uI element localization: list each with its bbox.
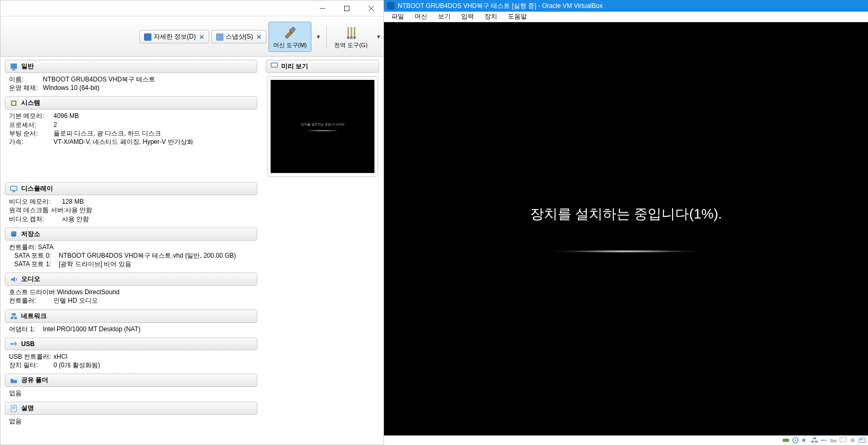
desc-value: 없음 — [9, 417, 255, 425]
system-icon — [10, 99, 18, 107]
svg-rect-43 — [860, 439, 861, 440]
svg-rect-31 — [271, 63, 278, 67]
optical-status-icon[interactable] — [792, 437, 799, 443]
chevron-down-icon[interactable]: ▼ — [376, 34, 381, 40]
cap-label: 비디오 캡처: — [9, 215, 62, 223]
hdd-status-icon[interactable] — [782, 437, 790, 443]
chevron-down-icon[interactable]: ▼ — [316, 34, 321, 40]
menu-machine[interactable]: 머신 — [409, 11, 433, 22]
preview-text: 장치를 설치하는 중입니다(1%) — [301, 122, 344, 127]
svg-rect-5 — [351, 27, 352, 37]
menu-view[interactable]: 보기 — [433, 11, 456, 22]
network-status-icon[interactable] — [811, 437, 818, 443]
global-tools-button[interactable]: 전역 도구(G) — [330, 22, 372, 51]
svg-rect-36 — [811, 441, 814, 442]
accel-label: 가속: — [9, 138, 53, 146]
global-tools-label: 전역 도구(G) — [334, 41, 368, 49]
storage-icon — [10, 230, 18, 238]
section-shared-header[interactable]: 공유 폴더 — [5, 374, 257, 387]
section-title: 공유 폴더 — [21, 376, 48, 385]
vm-menubar: 파일 머신 보기 입력 장치 도움말 — [384, 12, 868, 22]
menu-device[interactable]: 장치 — [479, 11, 503, 22]
usbfilter-label: 장치 필터: — [9, 361, 53, 369]
svg-rect-19 — [12, 313, 16, 315]
minimize-button[interactable] — [310, 1, 335, 16]
svg-point-24 — [11, 343, 13, 345]
manager-toolbar: 자세한 정보(D) ✕ 스냅샷(S) ✕ 머신 도구(M) ▼ 전역 도구( — [1, 16, 383, 57]
details-tab-button[interactable]: 자세한 정보(D) ✕ — [139, 30, 209, 43]
usb-icon — [10, 340, 18, 348]
usb-status-icon[interactable] — [820, 437, 828, 443]
section-network-header[interactable]: 네트워크 — [5, 310, 257, 323]
close-tab-icon[interactable]: ✕ — [256, 33, 262, 41]
menu-help[interactable]: 도움말 — [503, 11, 532, 22]
section-title: 네트워크 — [21, 312, 47, 321]
snapshot-tab-button[interactable]: 스냅샷(S) ✕ — [211, 30, 266, 43]
section-title: 저장소 — [21, 230, 40, 239]
name-label: 이름: — [9, 75, 43, 84]
vm-title: NTBOOT GRUB4DOS VHD복구 테스트 [실행 중] - Oracl… — [398, 2, 603, 11]
network-icon — [10, 312, 18, 320]
menu-file[interactable]: 파일 — [386, 11, 409, 22]
audiohost-value: Windows DirectSound — [57, 288, 120, 296]
svg-rect-32 — [783, 439, 789, 442]
vm-statusbar — [384, 435, 868, 445]
usbctrl-value: xHCI — [53, 352, 68, 361]
maximize-button[interactable] — [335, 1, 359, 16]
machine-tools-button[interactable]: 머신 도구(M) — [269, 22, 312, 52]
svg-rect-27 — [11, 405, 16, 412]
preview-title: 미리 보기 — [281, 62, 308, 71]
vbox-manager-window: 자세한 정보(D) ✕ 스냅샷(S) ✕ 머신 도구(M) ▼ 전역 도구( — [0, 0, 384, 445]
section-title: 디스플레이 — [21, 184, 53, 193]
folder-icon — [10, 376, 18, 385]
svg-rect-13 — [12, 102, 15, 105]
section-system-header[interactable]: 시스템 — [5, 96, 257, 110]
svg-point-18 — [11, 234, 16, 237]
vm-screen[interactable]: 장치를 설치하는 중입니다(1%). — [384, 22, 868, 435]
svg-rect-4 — [347, 27, 349, 37]
boot-label: 부팅 순서: — [9, 129, 53, 138]
display-status-icon[interactable] — [839, 437, 847, 443]
shared-status-icon[interactable] — [830, 437, 837, 443]
os-label: 운영 체제: — [9, 84, 43, 92]
recording-status-icon[interactable] — [849, 437, 856, 443]
manager-titlebar — [1, 1, 383, 16]
svg-point-34 — [795, 440, 797, 441]
port1-label: SATA 포트 1: — [14, 260, 59, 268]
svg-point-41 — [851, 438, 855, 442]
vm-titlebar: NTBOOT GRUB4DOS VHD복구 테스트 [실행 중] - Oracl… — [384, 0, 868, 12]
svg-point-8 — [350, 37, 353, 39]
preview-header[interactable]: 미리 보기 — [266, 60, 379, 73]
audio-status-icon[interactable] — [801, 437, 809, 443]
wrench-icon — [343, 24, 360, 41]
vm-window: NTBOOT GRUB4DOS VHD복구 테스트 [실행 중] - Oracl… — [384, 0, 868, 445]
close-tab-icon[interactable]: ✕ — [199, 33, 204, 41]
audiohost-label: 호스트 드라이버: — [9, 288, 57, 296]
svg-rect-35 — [813, 438, 816, 439]
adapter-value: Intel PRO/1000 MT Desktop (NAT) — [43, 325, 140, 333]
section-display-header[interactable]: 디스플레이 — [5, 182, 257, 195]
close-button[interactable] — [359, 1, 383, 16]
rdp-value: 사용 안함 — [65, 206, 92, 214]
svg-point-7 — [347, 37, 350, 39]
adapter-label: 어댑터 1: — [9, 325, 43, 333]
port1-value: [광학 드라이브] 비어 있음 — [59, 260, 131, 268]
preview-thumbnail[interactable]: 장치를 설치하는 중입니다(1%) — [267, 76, 378, 177]
mem-label: 기본 메모리: — [9, 112, 53, 120]
section-general-header[interactable]: 일반 — [5, 60, 257, 73]
section-audio-header[interactable]: 오디오 — [5, 273, 257, 286]
usbfilter-value: 0 (0개 활성화됨) — [53, 361, 100, 369]
section-usb-header[interactable]: USB — [5, 338, 257, 350]
menu-input[interactable]: 입력 — [456, 11, 479, 22]
cpu-label: 프로세서: — [9, 121, 53, 129]
svg-rect-11 — [12, 69, 15, 70]
description-icon — [10, 404, 18, 413]
vbox-icon — [387, 2, 395, 10]
hostkey-status-icon[interactable] — [858, 437, 866, 443]
section-desc-header[interactable]: 설명 — [5, 402, 257, 415]
svg-rect-20 — [11, 317, 13, 319]
preview-glow — [307, 130, 338, 131]
svg-rect-37 — [815, 441, 818, 442]
section-storage-header[interactable]: 저장소 — [5, 228, 257, 241]
svg-point-9 — [353, 37, 356, 39]
